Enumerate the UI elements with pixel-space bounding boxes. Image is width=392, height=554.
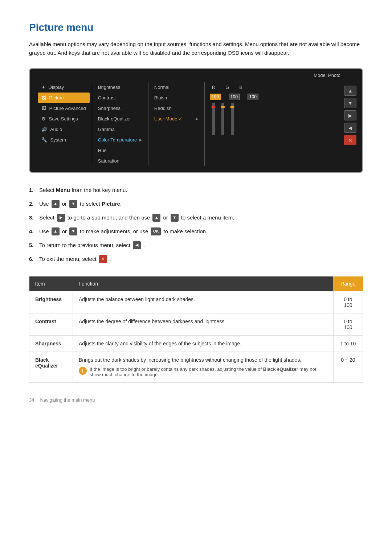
osd-setting-contrast[interactable]: Contrast <box>94 93 146 103</box>
rgb-b-label: B <box>239 85 242 90</box>
display-icon: ✦ <box>41 85 45 90</box>
intro-paragraph: Available menu options may vary dependin… <box>29 40 363 57</box>
step-6: 6. To exit the menu, select ✕ . <box>29 255 363 263</box>
osd-value-reddish[interactable]: Reddish <box>151 103 202 114</box>
osd-panel: Mode: Photo ✦ Display 🖼 Picture 🖼 Pictur… <box>29 68 363 173</box>
steps-section: 1. Select Menu from the hot key menu. 2.… <box>29 186 363 263</box>
step-3-text1: Select <box>39 213 54 222</box>
step-3-down-icon: ▼ <box>171 214 179 222</box>
rgb-g-label: G <box>225 85 229 90</box>
step-3-content: Select ▶ to go to a sub menu, and then u… <box>39 213 234 222</box>
footer-text: Navigating the main menu <box>40 397 95 403</box>
osd-nav-picture[interactable]: 🖼 Picture <box>38 93 90 103</box>
table-header-item: Item <box>29 276 73 291</box>
osd-nav-picture-advanced[interactable]: 🖼 Picture Advanced <box>38 103 90 114</box>
step-4-up-icon: ▲ <box>52 227 60 235</box>
rgb-b-value[interactable]: 100 <box>248 94 258 100</box>
step-4-down-icon: ▼ <box>69 227 77 235</box>
table-range-contrast: 0 to 100 <box>333 313 363 336</box>
rgb-r-label: R <box>212 85 215 90</box>
step-1-num: 1. <box>29 186 39 194</box>
osd-columns: ✦ Display 🖼 Picture 🖼 Picture Advanced ⚙… <box>36 82 356 166</box>
osd-setting-saturation[interactable]: Saturation <box>94 156 146 166</box>
osd-setting-hue[interactable]: Hue <box>94 145 146 156</box>
osd-nav-column: ✦ Display 🖼 Picture 🖼 Picture Advanced ⚙… <box>36 82 92 166</box>
system-icon: 🔧 <box>41 137 47 143</box>
step-3-up-icon: ▲ <box>152 214 160 222</box>
nav-down-button[interactable]: ▼ <box>344 98 356 108</box>
step-2-down-icon: ▼ <box>69 200 77 208</box>
step-3-right-icon: ▶ <box>57 214 65 222</box>
step-1-text: Select Menu from the hot key menu. <box>39 186 127 194</box>
osd-nav-buttons: ▲ ▼ ▶ ◀ ✕ <box>344 82 356 166</box>
step-4-or: or <box>62 227 67 236</box>
osd-setting-black-equalizer[interactable]: Black eQualizer <box>94 114 146 124</box>
table-header-function: Function <box>73 276 334 291</box>
step-3: 3. Select ▶ to go to a sub menu, and the… <box>29 213 363 222</box>
nav-left-button[interactable]: ◀ <box>344 123 356 133</box>
page-footer: 34 Navigating the main menu <box>29 397 363 403</box>
step-5-num: 5. <box>29 241 39 250</box>
osd-setting-gamma[interactable]: Gamma <box>94 124 146 135</box>
osd-nav-system[interactable]: 🔧 System <box>38 135 90 145</box>
table-row-contrast: Contrast Adjusts the degree of differenc… <box>29 313 363 336</box>
rgb-r-slider[interactable] <box>212 103 215 135</box>
osd-value-normal[interactable]: Normal <box>151 82 202 93</box>
osd-nav-save-settings[interactable]: ⚙ Save Settings <box>38 114 90 124</box>
footer-page-number: 34 <box>29 397 34 403</box>
rgb-g-slider[interactable] <box>221 103 224 135</box>
osd-setting-sharpness[interactable]: Sharpness <box>94 103 146 114</box>
save-settings-icon: ⚙ <box>41 116 46 122</box>
picture-advanced-icon: 🖼 <box>41 106 46 111</box>
table-function-black-equalizer: Brings out the dark shades by increasing… <box>73 352 334 383</box>
step-3-text3: to select a menu item. <box>181 213 234 222</box>
step-6-text1: To exit the menu, select <box>39 255 97 263</box>
mode-label: Mode: Photo <box>314 73 340 78</box>
picture-icon: 🖼 <box>41 95 46 100</box>
osd-nav-display[interactable]: ✦ Display <box>38 82 90 93</box>
table-item-black-equalizer: BlackeQualizer <box>29 352 73 383</box>
table-function-brightness: Adjusts the balance between light and da… <box>73 291 334 313</box>
osd-value-user-mode[interactable]: User Mode ✓ <box>151 114 202 124</box>
table-range-black-equalizer: 0 ~ 20 <box>333 352 363 383</box>
rgb-values: 100 100 100 <box>210 93 259 101</box>
table-item-brightness: Brightness <box>29 291 73 313</box>
table-row-brightness: Brightness Adjusts the balance between l… <box>29 291 363 313</box>
step-5: 5. To return to the previous menu, selec… <box>29 241 363 250</box>
note-text: If the image is too bright or barely con… <box>90 366 327 377</box>
table-function-sharpness: Adjusts the clarity and visibility of th… <box>73 336 334 352</box>
rgb-sliders <box>212 103 259 135</box>
step-4-ok-icon: OK <box>151 227 161 235</box>
table-item-sharpness: Sharpness <box>29 336 73 352</box>
step-5-text2: . <box>143 241 145 250</box>
rgb-r-value[interactable]: 100 <box>210 94 221 100</box>
step-4-num: 4. <box>29 227 39 236</box>
osd-nav-audio[interactable]: 🔊 Audio <box>38 124 90 135</box>
nav-close-button[interactable]: ✕ <box>344 135 356 145</box>
page-title: Picture menu <box>29 22 363 33</box>
osd-value-bluish[interactable]: Bluish <box>151 93 202 103</box>
step-6-close-icon: ✕ <box>99 255 107 263</box>
step-5-content: To return to the previous menu, select ◀… <box>39 241 145 250</box>
step-4-content: Use ▲ or ▼ to make adjustments, or use O… <box>39 227 207 236</box>
step-3-or: or <box>163 213 168 222</box>
step-6-text2: . <box>110 255 111 263</box>
step-6-content: To exit the menu, select ✕ . <box>39 255 111 263</box>
nav-right-button[interactable]: ▶ <box>344 110 356 120</box>
rgb-headers: R G B <box>212 82 259 93</box>
step-2-num: 2. <box>29 200 39 208</box>
nav-up-button[interactable]: ▲ <box>344 86 356 96</box>
osd-setting-brightness[interactable]: Brightness <box>94 82 146 93</box>
table-header-range: Range <box>333 276 363 291</box>
rgb-g-value[interactable]: 100 <box>229 94 240 100</box>
step-2-text2: to select Picture. <box>80 200 122 208</box>
osd-values-column: Normal Bluish Reddish User Mode ✓ <box>148 82 205 166</box>
table-row-sharpness: Sharpness Adjusts the clarity and visibi… <box>29 336 363 352</box>
rgb-b-slider[interactable] <box>231 103 234 135</box>
osd-setting-color-temperature[interactable]: Color Temperature <box>94 135 146 145</box>
step-2-or: or <box>62 200 67 208</box>
step-3-text2: to go to a sub menu, and then use <box>68 213 150 222</box>
step-2-up-icon: ▲ <box>52 200 60 208</box>
osd-settings-column: Brightness Contrast Sharpness Black eQua… <box>92 82 148 166</box>
step-4-text2: to make adjustments, or use <box>80 227 148 236</box>
